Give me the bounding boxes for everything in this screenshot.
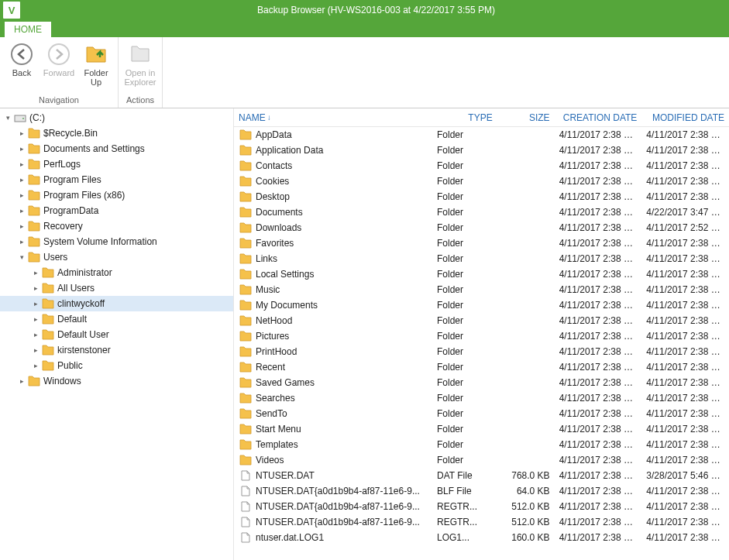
file-modified-date: 4/22/2017 3:47 PM xyxy=(641,207,729,218)
file-type: Folder xyxy=(432,362,497,373)
file-creation-date: 4/11/2017 2:38 PM xyxy=(555,346,642,357)
tree-item[interactable]: ▸clintwyckoff xyxy=(0,296,233,311)
tree-twist-icon[interactable]: ▸ xyxy=(17,176,26,184)
list-item[interactable]: LinksFolder4/11/2017 2:38 PM4/11/2017 2:… xyxy=(234,251,729,266)
list-item[interactable]: NTUSER.DAT{a0d1b9b4-af87-11e6-9...BLF Fi… xyxy=(234,483,729,499)
file-modified-date: 4/11/2017 2:38 PM xyxy=(641,532,729,543)
list-item[interactable]: NTUSER.DAT{a0d1b9b4-af87-11e6-9...REGTR.… xyxy=(234,499,729,514)
file-modified-date: 4/11/2017 2:38 PM xyxy=(641,362,729,373)
file-name: PrintHood xyxy=(256,346,297,357)
folder-icon xyxy=(239,237,253,249)
folder-up-button[interactable]: Folder Up xyxy=(77,40,115,88)
forward-button[interactable]: Forward xyxy=(40,40,77,79)
tree-item[interactable]: ▸Program Files xyxy=(0,172,233,187)
tree-item-label: PerfLogs xyxy=(43,159,81,170)
tree-item[interactable]: ▸Administrator xyxy=(0,265,233,280)
file-type: Folder xyxy=(432,455,497,466)
list-item[interactable]: VideosFolder4/11/2017 2:38 PM4/11/2017 2… xyxy=(234,452,729,468)
list-item[interactable]: Local SettingsFolder4/11/2017 2:38 PM4/1… xyxy=(234,266,729,282)
tree-item[interactable]: ▾Users xyxy=(0,249,233,265)
tree-twist-icon[interactable]: ▸ xyxy=(31,284,40,292)
list-item[interactable]: PrintHoodFolder4/11/2017 2:38 PM4/11/201… xyxy=(234,344,729,359)
list-item[interactable]: TemplatesFolder4/11/2017 2:38 PM4/11/201… xyxy=(234,437,729,452)
tree-twist-icon[interactable]: ▸ xyxy=(17,238,26,246)
tree-twist-icon[interactable]: ▸ xyxy=(31,315,40,323)
file-modified-date: 4/11/2017 2:38 PM xyxy=(641,346,729,357)
tree-item[interactable]: ▸PerfLogs xyxy=(0,156,233,172)
list-item[interactable]: DownloadsFolder4/11/2017 2:38 PM4/11/201… xyxy=(234,220,729,235)
list-item[interactable]: DesktopFolder4/11/2017 2:38 PM4/11/2017 … xyxy=(234,189,729,204)
column-size[interactable]: SIZE xyxy=(497,112,555,123)
folder-icon xyxy=(239,191,253,203)
file-creation-date: 4/11/2017 2:38 PM xyxy=(555,424,642,435)
tree-twist-icon[interactable]: ▸ xyxy=(31,269,40,277)
file-type: Folder xyxy=(432,346,497,357)
tree-twist-icon[interactable]: ▸ xyxy=(31,346,40,354)
tree-item[interactable]: ▸Default User xyxy=(0,327,233,342)
tree-twist-icon[interactable]: ▾ xyxy=(3,114,12,122)
list-item[interactable]: ContactsFolder4/11/2017 2:38 PM4/11/2017… xyxy=(234,158,729,173)
list-item[interactable]: AppDataFolder4/11/2017 2:38 PM4/11/2017 … xyxy=(234,127,729,143)
tree-item[interactable]: ▸All Users xyxy=(0,280,233,296)
tree-item-label: Program Files (x86) xyxy=(43,190,125,201)
column-creation-date[interactable]: CREATION DATE xyxy=(555,112,642,123)
folder-tree[interactable]: ▾(C:)▸$Recycle.Bin▸Documents and Setting… xyxy=(0,108,234,560)
folder-icon xyxy=(239,376,253,389)
open-in-explorer-button[interactable]: Open in Explorer xyxy=(122,40,159,88)
file-type: Folder xyxy=(432,145,497,156)
back-button[interactable]: Back xyxy=(3,40,40,79)
column-type[interactable]: TYPE xyxy=(432,112,497,123)
tree-item[interactable]: ▸System Volume Information xyxy=(0,234,233,249)
tree-item[interactable]: ▸$Recycle.Bin xyxy=(0,125,233,141)
column-name[interactable]: NAME↓ xyxy=(234,112,432,123)
tree-item[interactable]: ▸Recovery xyxy=(0,218,233,234)
list-item[interactable]: MusicFolder4/11/2017 2:38 PM4/11/2017 2:… xyxy=(234,282,729,297)
tree-twist-icon[interactable]: ▸ xyxy=(17,129,26,137)
file-modified-date: 3/28/2017 5:46 PM xyxy=(641,470,729,481)
tree-item[interactable]: ▸ProgramData xyxy=(0,203,233,218)
tree-twist-icon[interactable]: ▸ xyxy=(17,207,26,215)
tree-item[interactable]: ▸Program Files (x86) xyxy=(0,187,233,203)
file-name: Local Settings xyxy=(256,269,314,280)
list-item[interactable]: Application DataFolder4/11/2017 2:38 PM4… xyxy=(234,143,729,158)
tree-twist-icon[interactable]: ▾ xyxy=(17,253,26,261)
list-item[interactable]: ntuser.dat.LOG1LOG1...160.0 KB4/11/2017 … xyxy=(234,530,729,545)
list-item[interactable]: Start MenuFolder4/11/2017 2:38 PM4/11/20… xyxy=(234,421,729,437)
tree-twist-icon[interactable]: ▸ xyxy=(31,331,40,338)
tree-twist-icon[interactable]: ▸ xyxy=(17,160,26,168)
folder-icon xyxy=(27,375,41,387)
tree-item-label: Program Files xyxy=(43,174,101,185)
list-item[interactable]: NetHoodFolder4/11/2017 2:38 PM4/11/2017 … xyxy=(234,313,729,328)
tree-twist-icon[interactable]: ▸ xyxy=(17,191,26,199)
list-item[interactable]: NTUSER.DAT{a0d1b9b4-af87-11e6-9...REGTR.… xyxy=(234,514,729,530)
list-item[interactable]: FavoritesFolder4/11/2017 2:38 PM4/11/201… xyxy=(234,235,729,251)
list-item[interactable]: SendToFolder4/11/2017 2:38 PM4/11/2017 2… xyxy=(234,406,729,421)
tree-item[interactable]: ▸Documents and Settings xyxy=(0,141,233,156)
tree-twist-icon[interactable]: ▸ xyxy=(17,377,26,385)
list-item[interactable]: RecentFolder4/11/2017 2:38 PM4/11/2017 2… xyxy=(234,359,729,375)
tree-twist-icon[interactable]: ▸ xyxy=(31,362,40,369)
column-modified-date[interactable]: MODIFIED DATE xyxy=(641,112,729,123)
tree-twist-icon[interactable]: ▸ xyxy=(31,300,40,307)
tree-item[interactable]: ▸kirstenstoner xyxy=(0,342,233,358)
list-item[interactable]: SearchesFolder4/11/2017 2:38 PM4/11/2017… xyxy=(234,390,729,406)
list-item[interactable]: DocumentsFolder4/11/2017 2:38 PM4/22/201… xyxy=(234,204,729,220)
file-name: Music xyxy=(256,284,280,295)
tree-item[interactable]: ▸Windows xyxy=(0,373,233,389)
tree-item-label: System Volume Information xyxy=(43,236,157,247)
tab-home[interactable]: HOME xyxy=(5,22,51,37)
list-item[interactable]: My DocumentsFolder4/11/2017 2:38 PM4/11/… xyxy=(234,297,729,313)
tree-item[interactable]: ▸Public xyxy=(0,358,233,373)
tree-twist-icon[interactable]: ▸ xyxy=(17,222,26,230)
list-item[interactable]: Saved GamesFolder4/11/2017 2:38 PM4/11/2… xyxy=(234,375,729,390)
file-icon xyxy=(239,516,253,528)
tree-item[interactable]: ▾(C:) xyxy=(0,110,233,125)
list-item[interactable]: PicturesFolder4/11/2017 2:38 PM4/11/2017… xyxy=(234,328,729,344)
file-list[interactable]: NAME↓ TYPE SIZE CREATION DATE MODIFIED D… xyxy=(234,108,729,560)
folder-icon xyxy=(41,313,55,325)
folder-icon xyxy=(41,297,55,310)
list-item[interactable]: CookiesFolder4/11/2017 2:38 PM4/11/2017 … xyxy=(234,173,729,189)
tree-twist-icon[interactable]: ▸ xyxy=(17,145,26,153)
list-item[interactable]: NTUSER.DATDAT File768.0 KB4/11/2017 2:38… xyxy=(234,468,729,483)
tree-item[interactable]: ▸Default xyxy=(0,311,233,327)
